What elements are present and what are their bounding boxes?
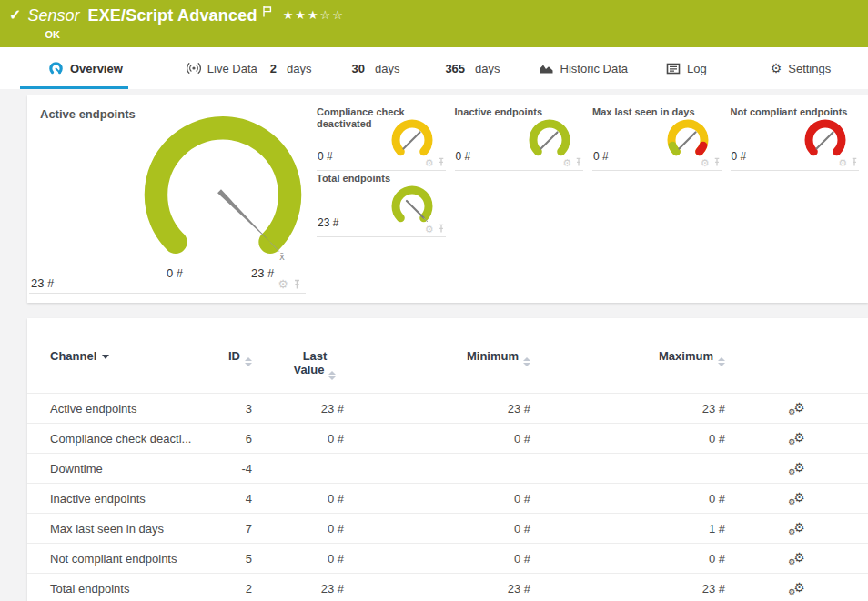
tab-settings[interactable]: ⚙ Settings <box>765 47 837 89</box>
gauge-widget-max-last-seen: Max last seen in days 0 # ⚙ <box>592 105 722 171</box>
gauge-widget-not-compliant-endpoints: Not compliant endpoints 0 # ⚙ <box>731 105 860 171</box>
gauge-icon <box>48 61 64 76</box>
tab-live-data[interactable]: Live Data <box>181 47 263 89</box>
tab-bar: Overview Live Data 2 days 30 days 365 da… <box>0 47 868 89</box>
tab-30-days[interactable]: 30 days <box>346 47 405 89</box>
gauge-needle <box>541 133 558 149</box>
pin-icon[interactable] <box>437 224 446 234</box>
cell-last-value: 23 # <box>252 582 344 596</box>
tab-log[interactable]: Log <box>661 47 712 89</box>
cell-minimum: 0 # <box>344 492 530 506</box>
gauge-needle <box>407 201 424 218</box>
status-check-icon: ✓ <box>9 8 21 23</box>
table-row-max-last-seen[interactable]: Max last seen in days 7 0 # 0 # 1 # ⚙⚙ <box>27 513 868 543</box>
tab-historic-data[interactable]: Historic Data <box>533 47 633 89</box>
gauge-needle <box>679 133 695 149</box>
cell-last-value: 23 # <box>252 402 344 416</box>
gauge-arc-start-segment <box>672 145 676 152</box>
channel-settings-gears-icon[interactable]: ⚙⚙ <box>788 550 805 566</box>
table-row-inactive-endpoints[interactable]: Inactive endpoints 4 0 # 0 # 0 # ⚙⚙ <box>27 483 868 513</box>
cell-id: 3 <box>205 402 252 416</box>
column-header-maximum[interactable]: Maximum <box>530 349 725 366</box>
gauge-arc <box>533 124 566 152</box>
cell-channel: Compliance check deacti... <box>50 432 205 446</box>
gauge-arc <box>396 190 429 218</box>
priority-stars[interactable]: ★★★☆☆ <box>283 8 345 22</box>
area-chart-icon <box>539 62 554 75</box>
pin-icon[interactable] <box>574 157 583 167</box>
tab-number: 30 <box>351 62 364 75</box>
object-kind-label: Sensor <box>27 6 79 25</box>
channel-settings-gears-icon[interactable]: ⚙⚙ <box>788 400 805 416</box>
column-header-minimum[interactable]: Minimum <box>344 349 530 366</box>
gauge-title: Active endpoints <box>40 107 136 121</box>
gauge-widget-total-endpoints: Total endpoints 23 # ⚙ <box>317 171 446 237</box>
sensor-header: ✓ Sensor EXE/Script Advanced ★★★☆☆ OK <box>0 0 868 47</box>
gauge-widget-active-endpoints: Active endpoints x̄ 0 # 23 # 23 # ⚙ <box>27 95 313 303</box>
cell-maximum: 0 # <box>530 492 725 506</box>
priority-flag-icon[interactable] <box>262 5 273 17</box>
gauge-value: 0 # <box>456 150 471 163</box>
gauge-value: 0 # <box>318 150 333 163</box>
gauge-widget-inactive-endpoints: Inactive endpoints 0 # ⚙ <box>455 105 584 171</box>
pin-icon[interactable] <box>850 157 859 167</box>
gauge-arc <box>156 128 289 243</box>
table-row-total-endpoints[interactable]: Total endpoints 2 23 # 23 # 23 # ⚙⚙ <box>27 573 868 601</box>
cell-channel: Active endpoints <box>50 402 205 416</box>
cell-last-value: 0 # <box>252 492 344 506</box>
cell-id: 2 <box>205 582 252 596</box>
gauge-needle <box>817 133 833 149</box>
sort-arrows-icon <box>245 357 252 366</box>
cell-channel: Total endpoints <box>50 582 205 596</box>
pin-icon[interactable] <box>292 279 302 290</box>
table-row-active-endpoints[interactable]: Active endpoints 3 23 # 23 # 23 # ⚙⚙ <box>27 393 868 423</box>
sensor-title-block: Sensor EXE/Script Advanced ★★★☆☆ OK <box>27 6 345 40</box>
gear-icon[interactable]: ⚙ <box>425 225 434 234</box>
cell-minimum: 0 # <box>344 522 530 536</box>
gauge-value: 23 # <box>31 276 54 290</box>
table-row-compliance-check-deactivated[interactable]: Compliance check deacti... 6 0 # 0 # 0 #… <box>27 423 868 453</box>
cell-id: 6 <box>205 432 252 446</box>
cell-channel: Not compliant endpoints <box>50 552 205 566</box>
gear-icon[interactable]: ⚙ <box>425 158 434 167</box>
sensor-name: EXE/Script Advanced <box>87 6 257 25</box>
gear-icon[interactable]: ⚙ <box>701 158 710 167</box>
sort-arrows-icon <box>718 357 725 366</box>
gauge-arc <box>809 124 842 152</box>
gauge-arc <box>396 124 429 152</box>
tab-365-days[interactable]: 365 days <box>439 47 505 89</box>
channel-settings-gears-icon[interactable]: ⚙⚙ <box>788 460 805 476</box>
gauge-widget-compliance-check-deactivated: Compliance check deactivated 0 # ⚙ <box>317 105 446 171</box>
table-body: Active endpoints 3 23 # 23 # 23 # ⚙⚙ Com… <box>27 393 868 601</box>
tab-2-days[interactable]: 2 days <box>265 47 318 89</box>
cell-last-value: 0 # <box>252 552 344 566</box>
channel-settings-gears-icon[interactable]: ⚙⚙ <box>788 430 805 446</box>
pin-icon[interactable] <box>712 157 722 167</box>
cell-id: 5 <box>205 552 252 566</box>
live-signal-icon <box>187 62 201 75</box>
tab-label: days <box>375 62 399 75</box>
sort-caret-down-icon <box>102 355 109 359</box>
gauge-dial: x̄ <box>133 109 313 289</box>
gear-icon[interactable]: ⚙ <box>562 158 571 167</box>
gear-icon[interactable]: ⚙ <box>278 279 288 290</box>
cell-maximum: 1 # <box>530 522 725 536</box>
cell-maximum: 0 # <box>530 552 725 566</box>
column-header-channel[interactable]: Channel <box>50 349 205 363</box>
table-row-not-compliant-endpoints[interactable]: Not compliant endpoints 5 0 # 0 # 0 # ⚙⚙ <box>27 543 868 573</box>
gauge-arc-end-segment <box>699 145 702 152</box>
column-header-id[interactable]: ID <box>205 349 252 366</box>
pin-icon[interactable] <box>437 157 446 167</box>
cell-maximum: 23 # <box>530 582 725 596</box>
channel-settings-gears-icon[interactable]: ⚙⚙ <box>788 580 805 596</box>
column-header-last-value[interactable]: Last Value <box>252 349 344 379</box>
table-row-downtime[interactable]: Downtime -4 ⚙⚙ <box>27 453 868 483</box>
tab-overview[interactable]: Overview <box>20 47 128 89</box>
gauge-value: 0 # <box>732 150 747 163</box>
gear-icon[interactable]: ⚙ <box>838 158 847 167</box>
sort-arrows-icon <box>523 357 530 366</box>
channel-settings-gears-icon[interactable]: ⚙⚙ <box>788 490 805 506</box>
channel-settings-gears-icon[interactable]: ⚙⚙ <box>788 520 805 536</box>
tab-number: 2 <box>270 62 277 75</box>
cell-minimum: 23 # <box>344 582 530 596</box>
